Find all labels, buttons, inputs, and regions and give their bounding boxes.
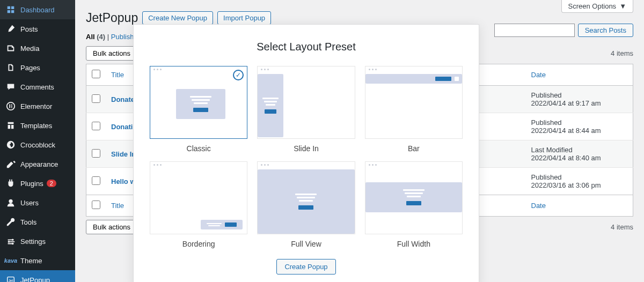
- layout-preset-modal: Select Layout Preset ✓ Classic Slide In …: [133, 24, 479, 282]
- sidebar-label: Tools: [20, 218, 36, 226]
- preset-full-width[interactable]: Full Width: [365, 161, 463, 248]
- pages-icon: [5, 62, 16, 73]
- sidebar-item-users[interactable]: Users: [0, 193, 75, 212]
- plugins-badge: 2: [47, 180, 56, 187]
- check-icon: ✓: [233, 70, 244, 80]
- sidebar-item-pages[interactable]: Pages: [0, 58, 75, 77]
- sidebar-label: Media: [20, 44, 39, 53]
- appearance-icon: [5, 159, 16, 169]
- sidebar-label: Posts: [20, 25, 38, 33]
- search-box: Search Posts: [494, 24, 633, 37]
- jetpopup-icon: Jet: [5, 274, 16, 282]
- sidebar-label: JetPopup: [20, 276, 50, 283]
- select-all-top[interactable]: [92, 70, 100, 78]
- tools-icon: [5, 217, 16, 227]
- preset-bar[interactable]: Bar: [365, 66, 463, 153]
- items-count-bottom: 4 items: [611, 223, 633, 231]
- row-checkbox[interactable]: [92, 176, 100, 185]
- date-footer[interactable]: Date: [526, 195, 633, 217]
- sidebar-label: Pages: [20, 64, 40, 72]
- sidebar-label: Dashboard: [20, 6, 55, 14]
- sidebar-item-jetpopup[interactable]: Jet JetPopup: [0, 270, 75, 282]
- pin-icon: [5, 24, 16, 34]
- preset-bordering[interactable]: Bordering: [150, 161, 247, 248]
- svg-point-0: [7, 102, 14, 110]
- items-count-top: 4 items: [611, 49, 633, 57]
- dashboard-icon: [5, 4, 16, 15]
- settings-icon: [5, 236, 16, 247]
- sidebar-label: Comments: [20, 83, 54, 91]
- sidebar-label: Elementor: [20, 102, 52, 110]
- row-checkbox[interactable]: [92, 122, 100, 130]
- admin-sidebar: Dashboard Posts Media Pages Comments Ele…: [0, 0, 75, 282]
- preset-classic[interactable]: ✓ Classic: [150, 66, 247, 153]
- sidebar-item-dashboard[interactable]: Dashboard: [0, 0, 75, 19]
- create-new-popup-button[interactable]: Create New Popup: [142, 11, 213, 25]
- comments-icon: [5, 81, 16, 92]
- filter-all[interactable]: All (4): [86, 33, 105, 41]
- sidebar-label: Settings: [20, 238, 46, 246]
- svg-text:Jet: Jet: [9, 279, 13, 282]
- svg-point-3: [8, 241, 10, 243]
- svg-point-2: [12, 239, 14, 241]
- sidebar-item-media[interactable]: Media: [0, 39, 75, 58]
- sidebar-label: Templates: [20, 122, 52, 130]
- svg-point-4: [12, 243, 14, 245]
- preset-full-view[interactable]: Full View: [257, 161, 355, 248]
- screen-options-toggle[interactable]: Screen Options ▼: [561, 0, 633, 13]
- sidebar-item-settings[interactable]: Settings: [0, 232, 75, 251]
- search-button[interactable]: Search Posts: [578, 24, 633, 37]
- kava-icon: kava: [5, 255, 16, 266]
- sidebar-item-appearance[interactable]: Appearance: [0, 154, 75, 174]
- create-popup-button[interactable]: Create Popup: [276, 259, 335, 274]
- elementor-icon: [5, 101, 16, 112]
- sidebar-label: Theme: [20, 257, 42, 265]
- sidebar-label: Appearance: [20, 160, 58, 168]
- sidebar-item-plugins[interactable]: Plugins 2: [0, 174, 75, 193]
- select-all-bottom[interactable]: [92, 201, 100, 209]
- sidebar-item-comments[interactable]: Comments: [0, 77, 75, 97]
- sidebar-item-theme[interactable]: kava Theme: [0, 251, 75, 270]
- row-checkbox[interactable]: [92, 94, 100, 103]
- search-input[interactable]: [494, 24, 575, 37]
- media-icon: [5, 43, 16, 54]
- chevron-down-icon: ▼: [619, 2, 626, 10]
- sidebar-item-posts[interactable]: Posts: [0, 19, 75, 39]
- sidebar-item-crocoblock[interactable]: Crocoblock: [0, 135, 75, 154]
- templates-icon: [5, 120, 16, 131]
- plugins-icon: [5, 178, 16, 189]
- sidebar-label: Users: [20, 199, 39, 207]
- preset-slide-in[interactable]: Slide In: [257, 66, 355, 153]
- sidebar-label: Plugins: [20, 180, 43, 188]
- svg-point-1: [9, 199, 12, 203]
- sidebar-item-elementor[interactable]: Elementor: [0, 97, 75, 116]
- sidebar-item-tools[interactable]: Tools: [0, 212, 75, 232]
- row-checkbox[interactable]: [92, 149, 100, 158]
- users-icon: [5, 197, 16, 208]
- page-title: JetPopup: [86, 11, 138, 25]
- date-header[interactable]: Date: [526, 64, 633, 86]
- modal-title: Select Layout Preset: [150, 41, 463, 53]
- import-popup-button[interactable]: Import Popup: [217, 11, 271, 25]
- sidebar-item-templates[interactable]: Templates: [0, 116, 75, 135]
- croco-icon: [5, 139, 16, 150]
- sidebar-label: Crocoblock: [20, 141, 55, 149]
